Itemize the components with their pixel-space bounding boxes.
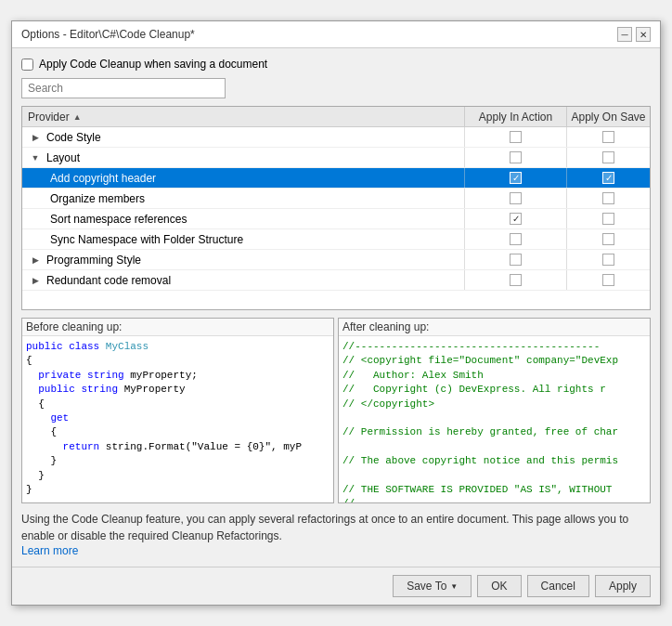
- before-code[interactable]: public class MyClass { private string my…: [22, 336, 333, 502]
- check-save-checkbox[interactable]: [602, 151, 614, 163]
- sort-arrow-icon: ▲: [73, 112, 82, 122]
- row-label: Add copyright header: [50, 172, 156, 185]
- check-save-cell: [566, 189, 650, 208]
- row-label: Organize members: [50, 192, 145, 205]
- check-action-checkbox[interactable]: [510, 192, 522, 204]
- before-panel: Before cleaning up: public class MyClass…: [21, 318, 334, 503]
- table-row[interactable]: ▶ Programming Style: [22, 250, 650, 270]
- check-action-cell: [464, 148, 566, 167]
- check-save-checkbox[interactable]: [602, 274, 614, 286]
- after-code[interactable]: //--------------------------------------…: [339, 336, 650, 502]
- table-row[interactable]: ▼ Layout: [22, 148, 650, 168]
- row-label: Code Style: [46, 131, 101, 144]
- check-action-cell: [464, 270, 566, 290]
- expand-icon[interactable]: ▶: [28, 273, 43, 288]
- title-bar: Options - Editor\C#\Code Cleanup* ─ ✕: [12, 21, 660, 48]
- learn-more-link[interactable]: Learn more: [21, 544, 78, 557]
- ok-button[interactable]: OK: [477, 575, 521, 597]
- check-save-cell: [566, 209, 650, 228]
- table-row[interactable]: ▶ Code Style: [22, 127, 650, 148]
- table-row[interactable]: Sync Namespace with Folder Structure: [22, 229, 650, 250]
- table-row[interactable]: Sort namespace references: [22, 209, 650, 229]
- table-row[interactable]: Organize members: [22, 189, 650, 209]
- check-save-checkbox[interactable]: [602, 172, 614, 184]
- check-action-cell: [464, 168, 566, 188]
- cancel-button[interactable]: Cancel: [527, 575, 589, 597]
- after-panel-label: After cleaning up:: [339, 319, 650, 336]
- minimize-button[interactable]: ─: [617, 27, 632, 42]
- apply-button[interactable]: Apply: [595, 575, 651, 597]
- check-action-checkbox[interactable]: [510, 131, 522, 143]
- search-input[interactable]: [21, 78, 226, 98]
- apply-on-save-checkbox[interactable]: [21, 59, 33, 71]
- check-action-checkbox[interactable]: [510, 172, 522, 184]
- row-label: Sync Namespace with Folder Structure: [50, 233, 243, 246]
- expand-icon[interactable]: ▶: [28, 253, 43, 267]
- check-action-checkbox[interactable]: [510, 233, 522, 245]
- check-action-checkbox[interactable]: [510, 274, 522, 286]
- check-save-cell: [566, 229, 650, 249]
- dialog-title: Options - Editor\C#\Code Cleanup*: [21, 28, 195, 41]
- check-save-checkbox[interactable]: [602, 254, 614, 266]
- provider-table-header: Provider ▲ Apply In Action Apply On Save: [22, 107, 650, 127]
- check-save-cell: [566, 250, 650, 269]
- check-save-checkbox[interactable]: [602, 213, 614, 225]
- check-save-checkbox[interactable]: [602, 233, 614, 245]
- code-panels: Before cleaning up: public class MyClass…: [21, 318, 651, 503]
- provider-table: Provider ▲ Apply In Action Apply On Save…: [21, 106, 651, 310]
- check-save-cell: [566, 148, 650, 167]
- check-action-checkbox[interactable]: [510, 254, 522, 266]
- check-action-cell: [464, 127, 566, 147]
- search-container: [21, 78, 651, 98]
- check-save-checkbox[interactable]: [602, 131, 614, 143]
- check-action-cell: [464, 189, 566, 208]
- top-checkbox-row: Apply Code Cleanup when saving a documen…: [21, 58, 651, 71]
- row-label: Redundant code removal: [46, 274, 171, 287]
- row-label: Sort namespace references: [50, 213, 187, 226]
- row-label: Layout: [46, 151, 80, 164]
- save-to-button[interactable]: Save To ▼: [393, 575, 472, 597]
- table-row[interactable]: ▶ Redundant code removal: [22, 270, 650, 291]
- check-action-checkbox[interactable]: [510, 151, 522, 163]
- after-panel: After cleaning up: //-------------------…: [338, 318, 651, 503]
- check-save-cell: [566, 127, 650, 147]
- check-save-cell: [566, 270, 650, 290]
- before-panel-label: Before cleaning up:: [22, 319, 333, 336]
- check-save-cell: [566, 168, 650, 188]
- check-action-cell: [464, 209, 566, 228]
- dialog-footer: Save To ▼ OK Cancel Apply: [12, 567, 660, 605]
- close-button[interactable]: ✕: [636, 27, 651, 42]
- info-text: Using the Code Cleanup feature, you can …: [21, 511, 651, 544]
- table-row[interactable]: Add copyright header: [22, 168, 650, 189]
- check-action-checkbox[interactable]: [510, 213, 522, 225]
- dialog-body: Apply Code Cleanup when saving a documen…: [12, 48, 660, 567]
- provider-col-header[interactable]: Provider ▲: [22, 111, 464, 124]
- check-save-checkbox[interactable]: [602, 192, 614, 204]
- apply-action-col-header[interactable]: Apply In Action: [464, 107, 566, 126]
- options-dialog: Options - Editor\C#\Code Cleanup* ─ ✕ Ap…: [11, 20, 661, 606]
- check-action-cell: [464, 250, 566, 269]
- title-bar-buttons: ─ ✕: [617, 27, 651, 42]
- expand-icon[interactable]: ▼: [28, 150, 43, 165]
- dropdown-arrow-icon: ▼: [450, 582, 458, 591]
- row-label: Programming Style: [46, 254, 141, 267]
- apply-on-save-label: Apply Code Cleanup when saving a documen…: [39, 58, 267, 71]
- apply-save-col-header[interactable]: Apply On Save: [566, 107, 650, 126]
- expand-icon[interactable]: ▶: [28, 130, 43, 145]
- check-action-cell: [464, 229, 566, 249]
- info-section: Using the Code Cleanup feature, you can …: [21, 511, 651, 557]
